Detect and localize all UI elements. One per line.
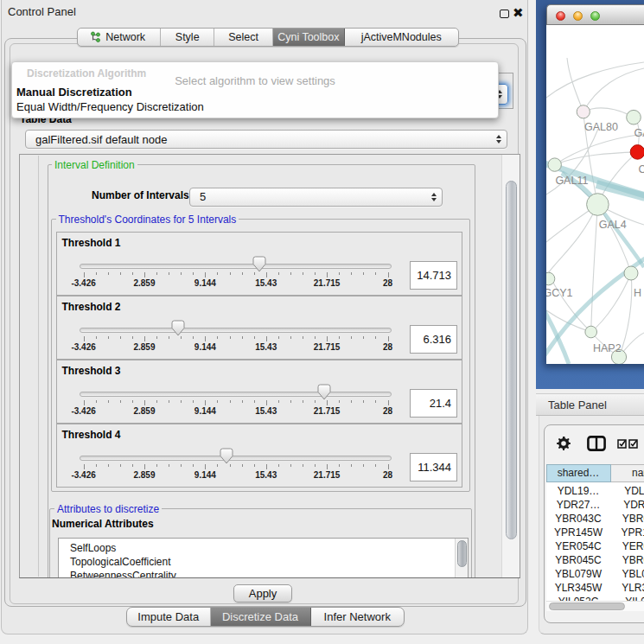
tab-network[interactable]: Network: [78, 29, 161, 46]
slider-major-tick: [266, 272, 267, 277]
slider-track[interactable]: [80, 264, 392, 269]
list-item[interactable]: BetweennessCentrality: [70, 569, 176, 577]
tab-jactivemnodules[interactable]: jActiveMNodules: [345, 29, 458, 46]
tab-style[interactable]: Style: [161, 29, 214, 46]
zoom-traffic-light-icon[interactable]: [590, 11, 600, 21]
numerical-attributes-list[interactable]: SelfLoopsTopologicalCoefficientBetweenne…: [58, 538, 469, 578]
table-row[interactable]: YER054CYER054C: [546, 539, 644, 553]
table-row[interactable]: YPR145WYPR145W: [546, 526, 644, 539]
gear-icon[interactable]: [557, 437, 571, 450]
network-node[interactable]: [627, 110, 641, 124]
checkbox-icon[interactable]: [617, 439, 628, 450]
list-vertical-scrollbar[interactable]: [455, 539, 468, 578]
slider-tick-label: 15.43: [255, 342, 277, 352]
slider-minor-tick: [375, 336, 376, 340]
network-node[interactable]: [585, 326, 597, 338]
slider-major-tick: [327, 464, 328, 469]
network-node[interactable]: [548, 158, 561, 171]
network-node[interactable]: [630, 145, 644, 160]
columns-icon[interactable]: [587, 436, 606, 451]
tab-infer-network[interactable]: Infer Network: [311, 608, 405, 626]
table-row[interactable]: YBR045CYBR045C: [546, 553, 644, 567]
tab-cyni-toolbox[interactable]: Cyni Toolbox: [273, 29, 345, 46]
slider-minor-tick: [96, 400, 97, 404]
slider-minor-tick: [156, 464, 157, 468]
slider-knob[interactable]: [317, 384, 331, 400]
column-header-name[interactable]: name: [611, 464, 644, 482]
slider-major-tick: [205, 272, 206, 277]
list-item[interactable]: TopologicalCoefficient: [70, 555, 171, 569]
list-item[interactable]: SelfLoops: [70, 541, 116, 555]
slider-minor-tick: [181, 400, 182, 404]
network-node[interactable]: [587, 194, 609, 216]
slider-minor-tick: [303, 272, 303, 276]
slider-track[interactable]: [80, 456, 392, 461]
slider-tick-label: 21.715: [314, 278, 341, 288]
slider-tick-label: 2.859: [133, 342, 155, 352]
slider-track[interactable]: [80, 392, 392, 397]
dropdown-item[interactable]: Equal Width/Frequency Discretization: [16, 100, 204, 113]
slider-minor-tick: [120, 464, 121, 468]
cell-name: YBL079W: [611, 567, 644, 581]
cell-name: YBR045C: [611, 553, 644, 567]
network-node[interactable]: [624, 266, 638, 280]
table-row[interactable]: YLR345WYLR345W: [546, 581, 644, 595]
close-icon[interactable]: ✖: [513, 3, 524, 22]
minimize-traffic-light-icon[interactable]: [573, 11, 583, 21]
interval-definition-title: Interval Definition: [52, 159, 137, 171]
slider-knob[interactable]: [220, 448, 233, 464]
apply-button[interactable]: Apply: [233, 584, 292, 603]
slider-minor-tick: [290, 464, 291, 468]
dropdown-item[interactable]: Manual Discretization: [16, 86, 132, 99]
slider-minor-tick: [351, 272, 352, 276]
table-data-combo[interactable]: galFiltered.sif default node: [25, 130, 507, 149]
table-row[interactable]: YDR27…YDR27…: [546, 498, 644, 512]
tab-impute-data[interactable]: Impute Data: [127, 608, 211, 626]
threshold-value-field[interactable]: 21.4: [410, 389, 458, 418]
slider-knob[interactable]: [171, 320, 185, 336]
close-traffic-light-icon[interactable]: [556, 11, 565, 21]
number-of-intervals-combo[interactable]: 5: [189, 188, 443, 207]
settings-vertical-scrollbar[interactable]: [501, 155, 520, 577]
scrollbar-thumb[interactable]: [457, 540, 467, 567]
slider-minor-tick: [132, 400, 133, 404]
network-view-window: GACGAL11GAL4GCY1HHAP2GAL80: [546, 4, 644, 364]
threshold-value-field[interactable]: 6.316: [410, 325, 458, 354]
slider-minor-tick: [132, 336, 133, 340]
slider-major-tick: [388, 272, 389, 277]
scrollbar-thumb[interactable]: [549, 603, 625, 610]
algorithm-dropdown-popup: Discretization Algorithm Select algorith…: [11, 61, 499, 118]
slider-tick-label: 9.144: [194, 278, 216, 288]
table-row[interactable]: YBL079WYBL079W: [546, 567, 644, 581]
slider-major-tick: [84, 464, 85, 469]
threshold-value-field[interactable]: 14.713: [410, 261, 458, 290]
slider-minor-tick: [217, 272, 218, 276]
slider-tick-label: -3.426: [71, 278, 95, 288]
slider-minor-tick: [315, 400, 316, 404]
network-canvas[interactable]: GACGAL11GAL4GCY1HHAP2GAL80: [546, 25, 644, 364]
table-horizontal-scrollbar[interactable]: [546, 601, 644, 611]
slider-minor-tick: [339, 336, 340, 340]
table-row[interactable]: YBR043CYBR043C: [546, 512, 644, 526]
network-node[interactable]: [577, 105, 590, 118]
network-node-label: H: [634, 287, 641, 299]
float-window-icon[interactable]: [500, 10, 509, 18]
scrollbar-thumb[interactable]: [506, 181, 517, 539]
table-panel-title: Table Panel: [548, 399, 607, 411]
column-header-shared-name[interactable]: shared…: [546, 464, 611, 482]
table-row[interactable]: YDL19…YDL19…: [546, 484, 644, 498]
network-window-titlebar[interactable]: [546, 4, 644, 25]
tab-discretize-data[interactable]: Discretize Data: [211, 608, 311, 626]
slider-tick-label: 2.859: [133, 278, 155, 288]
checkbox-icon[interactable]: [628, 439, 639, 450]
threshold-value-field[interactable]: 11.344: [410, 453, 458, 481]
network-node[interactable]: [546, 272, 555, 285]
tab-select[interactable]: Select: [214, 29, 273, 46]
slider-track[interactable]: [80, 328, 392, 333]
slider-minor-tick: [278, 336, 279, 340]
tab-label: Network: [105, 31, 145, 43]
slider-minor-tick: [315, 464, 316, 468]
slider-minor-tick: [303, 464, 303, 468]
slider-knob[interactable]: [252, 256, 266, 272]
slider-minor-tick: [169, 336, 169, 340]
